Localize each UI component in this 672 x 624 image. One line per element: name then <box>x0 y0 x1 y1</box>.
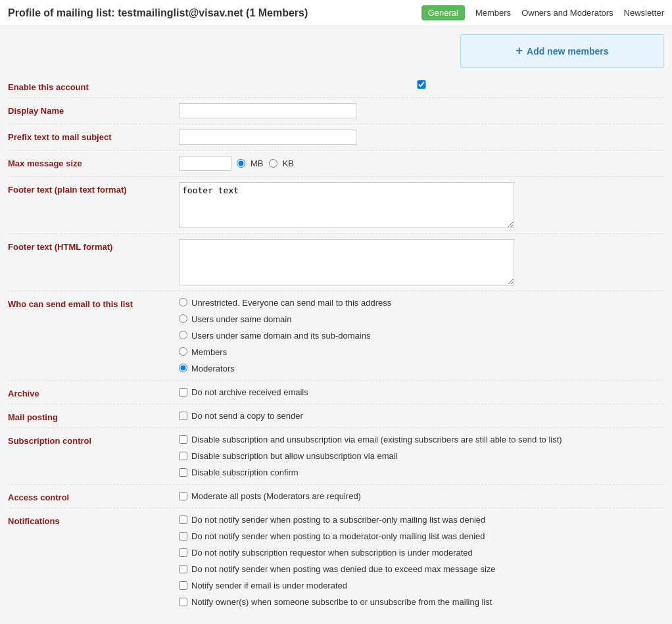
enable-account-row: Enable this account <box>8 74 664 98</box>
mail-posting-controls: Do not send a copy to sender <box>179 410 664 422</box>
subscription-option-0: Disable subscription and unsubscription … <box>179 433 664 446</box>
max-message-size-input[interactable] <box>179 156 231 171</box>
notification-option-0: Do not notify sender when posting to a s… <box>179 514 664 526</box>
kb-radio[interactable] <box>269 159 277 168</box>
who-can-send-option-0: Unrestricted. Everyone can send mail to … <box>179 297 664 309</box>
subscription-control-controls: Disable subscription and unsubscription … <box>179 433 664 479</box>
mail-posting-label: Mail posting <box>8 410 179 422</box>
footer-text-html-label: Footer text (HTML format) <box>8 239 179 252</box>
access-control-label: Access control <box>8 490 179 502</box>
who-can-send-label-1: Users under same domain <box>191 314 291 324</box>
notifications-label: Notifications <box>8 514 179 526</box>
who-can-send-radio-same-domain-sub[interactable] <box>179 331 187 339</box>
archive-controls: Do not archive received emails <box>179 386 664 398</box>
who-can-send-radio-same-domain[interactable] <box>179 314 187 323</box>
footer-text-html-controls <box>179 239 664 285</box>
footer-text-plain-input[interactable] <box>179 182 514 228</box>
notifications-row: Notifications Do not notify sender when … <box>8 508 664 613</box>
add-new-members-button[interactable]: + Add new members <box>460 34 664 68</box>
display-name-row: Display Name <box>8 98 664 124</box>
notification-checkbox-4[interactable] <box>179 581 187 590</box>
tab-newsletter[interactable]: Newsletter <box>624 8 664 18</box>
archive-label-0: Do not archive received emails <box>191 387 308 397</box>
notification-label-5: Notify owner(s) when someone subscribe t… <box>191 597 492 607</box>
prefix-text-controls <box>179 130 664 145</box>
max-message-size-label: Max message size <box>8 156 179 168</box>
who-can-send-row: Who can send email to this list Unrestri… <box>8 291 664 381</box>
who-can-send-controls: Unrestricted. Everyone can send mail to … <box>179 297 664 375</box>
display-name-controls <box>179 103 664 118</box>
notification-checkbox-3[interactable] <box>179 565 187 573</box>
notification-option-5: Notify owner(s) when someone subscribe t… <box>179 596 664 608</box>
display-name-input[interactable] <box>179 103 356 118</box>
subscription-checkbox-0[interactable] <box>179 435 187 444</box>
who-can-send-option-2: Users under same domain and its sub-doma… <box>179 329 664 342</box>
who-can-send-label-0: Unrestricted. Everyone can send mail to … <box>191 298 391 308</box>
notification-label-4: Notify sender if email is under moderate… <box>191 581 347 590</box>
subscription-control-row: Subscription control Disable subscriptio… <box>8 428 664 485</box>
header-nav: General Members Owners and Moderators Ne… <box>421 5 664 20</box>
size-row: MB KB <box>179 156 664 171</box>
subscription-label-1: Disable subscription but allow unsubscri… <box>191 451 398 461</box>
footer-text-plain-controls <box>179 182 664 228</box>
notification-label-0: Do not notify sender when posting to a s… <box>191 515 485 525</box>
mail-posting-checkbox-0[interactable] <box>179 412 187 420</box>
subscription-label-2: Disable subscription confirm <box>191 468 299 477</box>
enable-account-checkbox[interactable] <box>179 80 664 89</box>
archive-row: Archive Do not archive received emails <box>8 381 664 404</box>
subscription-checkbox-2[interactable] <box>179 468 187 477</box>
subscription-option-2: Disable subscription confirm <box>179 466 664 479</box>
who-can-send-label-4: Moderators <box>191 364 235 373</box>
form-section: Enable this account Display Name Prefix … <box>8 74 664 613</box>
access-control-controls: Moderate all posts (Moderators are requi… <box>179 490 664 502</box>
display-name-label: Display Name <box>8 103 179 116</box>
kb-label: KB <box>283 158 294 168</box>
subscription-label-0: Disable subscription and unsubscription … <box>191 435 562 444</box>
max-message-size-controls: MB KB <box>179 156 664 171</box>
enable-account-label: Enable this account <box>8 80 179 92</box>
who-can-send-option-3: Members <box>179 346 664 358</box>
notification-checkbox-5[interactable] <box>179 598 187 606</box>
who-can-send-radio-unrestricted[interactable] <box>179 298 187 306</box>
archive-checkbox-0[interactable] <box>179 388 187 396</box>
subscription-control-label: Subscription control <box>8 433 179 446</box>
page-title: Profile of mailing list: testmailinglist… <box>8 7 308 19</box>
notification-checkbox-2[interactable] <box>179 548 187 557</box>
notification-label-3: Do not notify sender when posting was de… <box>191 564 496 574</box>
enable-account-controls <box>179 80 664 89</box>
max-message-size-row: Max message size MB KB <box>8 151 664 177</box>
footer-text-plain-label: Footer text (plain text format) <box>8 182 179 195</box>
notification-checkbox-1[interactable] <box>179 532 187 540</box>
notification-option-4: Notify sender if email is under moderate… <box>179 579 664 592</box>
subscription-option-1: Disable subscription but allow unsubscri… <box>179 450 664 462</box>
access-control-row: Access control Moderate all posts (Moder… <box>8 485 664 508</box>
notification-checkbox-0[interactable] <box>179 516 187 524</box>
archive-label: Archive <box>8 386 179 398</box>
mb-label: MB <box>251 158 264 168</box>
who-can-send-label: Who can send email to this list <box>8 297 179 309</box>
notification-option-2: Do not notify subscription requestor whe… <box>179 546 664 559</box>
tab-members[interactable]: Members <box>475 8 511 18</box>
who-can-send-option-4: Moderators <box>179 362 664 375</box>
footer-text-html-input[interactable] <box>179 239 514 285</box>
notifications-controls: Do not notify sender when posting to a s… <box>179 514 664 608</box>
prefix-text-row: Prefix text to mail subject <box>8 124 664 151</box>
mail-posting-row: Mail posting Do not send a copy to sende… <box>8 404 664 428</box>
plus-icon: + <box>516 44 523 58</box>
who-can-send-radio-members[interactable] <box>179 347 187 356</box>
mb-radio[interactable] <box>237 159 245 168</box>
mail-posting-label-0: Do not send a copy to sender <box>191 411 303 421</box>
subscription-checkbox-1[interactable] <box>179 452 187 460</box>
prefix-text-input[interactable] <box>179 130 356 145</box>
prefix-text-label: Prefix text to mail subject <box>8 130 179 142</box>
who-can-send-radio-moderators[interactable] <box>179 364 187 372</box>
notification-label-2: Do not notify subscription requestor whe… <box>191 548 473 558</box>
main-content: + Add new members Enable this account Di… <box>0 26 672 621</box>
notification-option-1: Do not notify sender when posting to a m… <box>179 530 664 542</box>
access-control-option-0: Moderate all posts (Moderators are requi… <box>179 490 664 502</box>
access-control-label-0: Moderate all posts (Moderators are requi… <box>191 491 361 501</box>
tab-owners-and-moderators[interactable]: Owners and Moderators <box>521 8 613 18</box>
access-control-checkbox-0[interactable] <box>179 492 187 500</box>
add-members-label: Add new members <box>527 46 608 57</box>
tab-general[interactable]: General <box>421 5 465 20</box>
